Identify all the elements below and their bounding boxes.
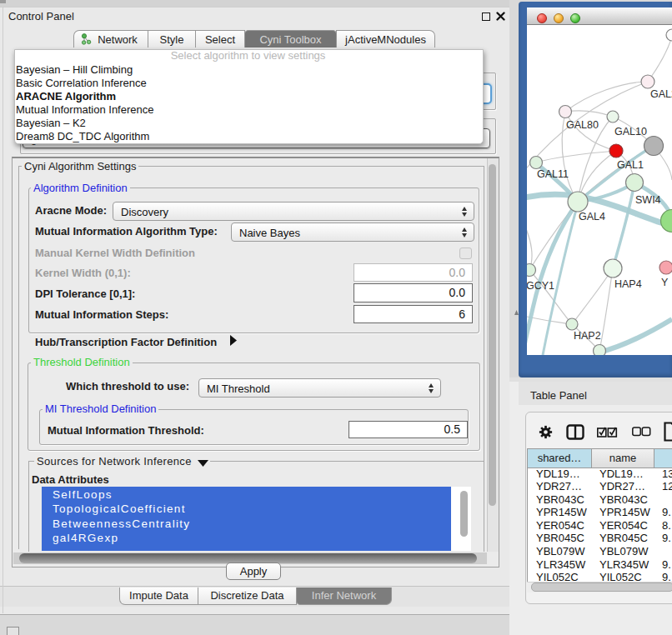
svg-text:SWI4: SWI4 (635, 194, 661, 206)
svg-text:GAL4: GAL4 (579, 211, 605, 222)
svg-text:HAP4: HAP4 (614, 278, 642, 290)
svg-text:HAP2: HAP2 (574, 330, 601, 342)
svg-text:GAL11: GAL11 (537, 168, 569, 180)
svg-text:GCY1: GCY1 (527, 280, 554, 292)
svg-text:GAL10: GAL10 (614, 126, 647, 138)
svg-text:GAL80: GAL80 (566, 119, 599, 131)
svg-text:GAL2: GAL2 (650, 88, 672, 100)
svg-text:Y: Y (661, 277, 669, 288)
svg-text:GAL1: GAL1 (617, 159, 644, 171)
